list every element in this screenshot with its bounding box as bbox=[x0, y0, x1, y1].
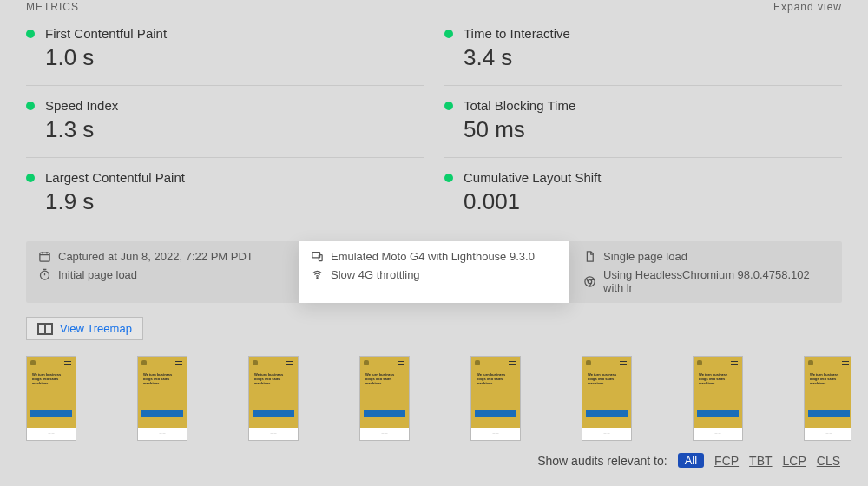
metric-name: Time to Interactive bbox=[464, 26, 842, 41]
status-dot-icon bbox=[444, 102, 453, 110]
metric-si: Speed Index 1.3 s bbox=[26, 85, 424, 152]
metric-value: 1.9 s bbox=[45, 188, 424, 215]
filmstrip-thumb[interactable]: We turn business blogs into sales machin… bbox=[470, 356, 521, 441]
metric-name: Largest Contentful Paint bbox=[45, 170, 424, 185]
metric-value: 1.0 s bbox=[45, 44, 424, 71]
metric-tti: Time to Interactive 3.4 s bbox=[444, 17, 842, 80]
status-dot-icon bbox=[26, 30, 35, 38]
chrome-icon bbox=[583, 275, 596, 288]
file-icon bbox=[583, 250, 596, 263]
wifi-icon bbox=[311, 268, 324, 281]
metric-name: Speed Index bbox=[45, 98, 424, 113]
metric-name: First Contentful Paint bbox=[45, 26, 424, 41]
filmstrip-thumb[interactable]: We turn business blogs into sales machin… bbox=[359, 356, 410, 441]
metric-cls: Cumulative Layout Shift 0.001 bbox=[444, 157, 842, 224]
status-dot-icon bbox=[444, 30, 453, 38]
browser-info: Using HeadlessChromium 98.0.4758.102 wit… bbox=[583, 268, 830, 294]
status-dot-icon bbox=[444, 174, 453, 182]
filter-label: Show audits relevant to: bbox=[537, 454, 667, 468]
filmstrip-thumb[interactable]: We turn business blogs into sales machin… bbox=[137, 356, 187, 441]
view-treemap-button[interactable]: View Treemap bbox=[26, 317, 143, 340]
metrics-heading: METRICS bbox=[26, 1, 79, 13]
status-dot-icon bbox=[26, 102, 35, 110]
filter-lcp-link[interactable]: LCP bbox=[783, 454, 806, 468]
metric-name: Total Blocking Time bbox=[464, 98, 842, 113]
initial-load-text: Initial page load bbox=[58, 268, 137, 281]
metrics-grid: First Contentful Paint 1.0 s Time to Int… bbox=[17, 17, 851, 224]
metric-tbt: Total Blocking Time 50 ms bbox=[444, 85, 842, 152]
filter-cls-link[interactable]: CLS bbox=[817, 454, 840, 468]
status-dot-icon bbox=[26, 174, 35, 182]
initial-load: Initial page load bbox=[38, 268, 285, 281]
filmstrip-thumb[interactable]: We turn business blogs into sales machin… bbox=[693, 356, 743, 441]
environment-bar: Captured at Jun 8, 2022, 7:22 PM PDT Ini… bbox=[26, 241, 842, 303]
page-load-mode: Single page load bbox=[583, 250, 830, 263]
svg-rect-0 bbox=[40, 253, 49, 261]
timer-icon bbox=[38, 268, 51, 281]
metric-fcp: First Contentful Paint 1.0 s bbox=[26, 17, 424, 80]
metric-value: 1.3 s bbox=[45, 116, 424, 143]
filter-all-pill[interactable]: All bbox=[678, 453, 704, 468]
expand-view-link[interactable]: Expand view bbox=[773, 1, 842, 13]
diagnostics-heading: DIAGNOSTICS bbox=[17, 468, 851, 486]
metric-value: 0.001 bbox=[464, 188, 842, 215]
throttling-text: Slow 4G throttling bbox=[331, 268, 420, 281]
filter-tbt-link[interactable]: TBT bbox=[749, 454, 772, 468]
emulated-device-text: Emulated Moto G4 with Lighthouse 9.3.0 bbox=[331, 250, 535, 263]
filmstrip-thumb[interactable]: We turn business blogs into sales machin… bbox=[26, 356, 76, 441]
metric-lcp: Largest Contentful Paint 1.9 s bbox=[26, 157, 424, 224]
filter-fcp-link[interactable]: FCP bbox=[714, 454, 739, 468]
audit-filter-row: Show audits relevant to: All FCP TBT LCP… bbox=[17, 441, 851, 468]
metric-name: Cumulative Layout Shift bbox=[464, 170, 842, 185]
metric-value: 3.4 s bbox=[464, 44, 842, 71]
metric-value: 50 ms bbox=[464, 116, 842, 143]
filmstrip-thumb[interactable]: We turn business blogs into sales machin… bbox=[582, 356, 632, 441]
filmstrip-thumb[interactable]: We turn business blogs into sales machin… bbox=[248, 356, 299, 441]
calendar-icon bbox=[38, 250, 51, 263]
svg-point-4 bbox=[317, 278, 318, 279]
browser-info-text: Using HeadlessChromium 98.0.4758.102 wit… bbox=[603, 268, 830, 294]
filmstrip-thumb[interactable]: We turn business blogs into sales machin… bbox=[804, 356, 851, 441]
filmstrip: We turn business blogs into sales machin… bbox=[17, 340, 851, 441]
treemap-icon bbox=[37, 323, 53, 335]
page-load-mode-text: Single page load bbox=[603, 250, 687, 263]
captured-at: Captured at Jun 8, 2022, 7:22 PM PDT bbox=[38, 250, 285, 263]
throttling: Slow 4G throttling bbox=[311, 268, 557, 281]
env-highlight: Emulated Moto G4 with Lighthouse 9.3.0 S… bbox=[299, 241, 569, 303]
view-treemap-label: View Treemap bbox=[60, 322, 132, 335]
emulated-device: Emulated Moto G4 with Lighthouse 9.3.0 bbox=[311, 250, 557, 263]
devices-icon bbox=[311, 250, 324, 263]
captured-at-text: Captured at Jun 8, 2022, 7:22 PM PDT bbox=[58, 250, 253, 263]
